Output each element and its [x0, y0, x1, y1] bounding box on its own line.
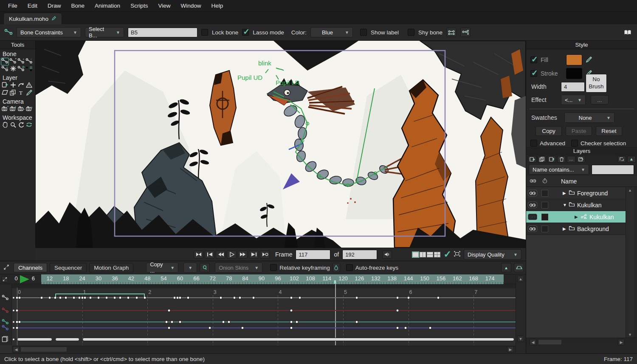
keyframe[interactable] — [238, 296, 241, 299]
keyframe[interactable] — [290, 327, 293, 330]
menu-draw[interactable]: Draw — [43, 1, 66, 11]
checker-selection-checkbox[interactable] — [571, 140, 578, 147]
split-4-view-button[interactable] — [434, 252, 440, 257]
layer-expand-arrow[interactable]: ▶ — [563, 191, 569, 195]
bone-motion-channel-icon[interactable] — [2, 294, 9, 302]
bone-dynamics-tool[interactable]: ="none" stroke="#6fc7b2" stroke-width="1… — [25, 65, 33, 73]
step-forward-button[interactable] — [238, 251, 248, 259]
timeline-vscroll-up-icon[interactable]: ▲ — [517, 276, 524, 282]
keyframe[interactable] — [241, 327, 244, 330]
fill-eyedropper-icon[interactable] — [586, 56, 592, 64]
keyframe[interactable] — [228, 321, 231, 324]
layer-color-swatch[interactable] — [541, 214, 548, 220]
insert-bone-tool[interactable]: ◦ — [25, 58, 33, 65]
roll-camera-tool[interactable] — [17, 105, 25, 113]
delete-layer-icon[interactable] — [557, 156, 566, 163]
keyframe[interactable] — [437, 296, 440, 299]
orbit-workspace-tool[interactable] — [25, 121, 33, 129]
single-view-button[interactable] — [412, 252, 419, 257]
keyframe[interactable] — [252, 296, 255, 299]
keyframe[interactable] — [396, 309, 399, 312]
detach-panel-icon[interactable] — [617, 156, 626, 163]
select-bone-tool[interactable] — [1, 58, 9, 65]
keyframe[interactable] — [16, 327, 19, 330]
effect-dropdown[interactable]: <...▼ — [561, 95, 586, 105]
loop-button[interactable] — [260, 251, 270, 259]
layer-options-icon[interactable]: … — [567, 156, 575, 163]
layer-visibility-toggle[interactable] — [528, 214, 537, 220]
copy-style-button[interactable]: Copy — [536, 126, 562, 136]
bone-color-dropdown[interactable]: Blue▼ — [310, 27, 353, 37]
shy-bone-checkbox[interactable] — [408, 29, 414, 36]
duplicate-layer-icon[interactable] — [538, 156, 546, 163]
keyframe[interactable] — [168, 309, 171, 312]
timeline-hscroll-left-icon[interactable]: ◀ — [13, 346, 20, 353]
add-layer-tool[interactable] — [9, 82, 17, 89]
stroke-checkbox[interactable] — [530, 70, 537, 77]
keyframe[interactable] — [18, 296, 21, 299]
menu-file[interactable]: File — [3, 1, 22, 11]
split-3-view-button[interactable] — [427, 252, 433, 257]
expand-ruler-icon[interactable] — [2, 276, 8, 284]
split-bone-icon[interactable] — [446, 28, 457, 37]
layer-filter-input[interactable] — [592, 165, 634, 175]
advanced-checkbox[interactable] — [530, 140, 537, 147]
keyframe[interactable] — [16, 309, 19, 312]
shear-layer-tool[interactable] — [1, 89, 9, 97]
keyframe[interactable] — [168, 327, 171, 330]
interpolation-mode-icon[interactable] — [200, 263, 210, 272]
timeline-playhead[interactable] — [335, 284, 336, 345]
keyframe[interactable] — [290, 309, 293, 312]
ruler-playhead-marker[interactable] — [334, 280, 336, 284]
split-2-view-button[interactable] — [420, 252, 426, 257]
pan-workspace-tool[interactable] — [1, 121, 9, 129]
bone-name-input[interactable]: B5 — [128, 28, 197, 37]
reset-style-button[interactable]: Reset — [596, 126, 622, 136]
keyframe[interactable] — [165, 321, 168, 324]
eyedropper-tool[interactable] — [25, 89, 33, 97]
layer-expand-arrow[interactable]: ▶ — [563, 226, 569, 231]
layer-color-swatch[interactable] — [541, 202, 548, 209]
keyframe[interactable] — [355, 296, 358, 299]
layer-visibility-toggle[interactable] — [528, 202, 537, 208]
layer-filter-dropdown[interactable]: Name contains...▼ — [529, 164, 589, 175]
layers-hscroll-left-icon[interactable]: ◀ — [530, 339, 536, 345]
crop-view-icon[interactable] — [454, 251, 460, 258]
bone-constraints-dropdown[interactable]: Bone Constraints▼ — [17, 27, 81, 37]
layer-visibility-toggle[interactable] — [528, 226, 537, 232]
layer-row-kukulkan[interactable]: ▼Kukulkan — [526, 199, 626, 211]
timeline-hscroll-handle[interactable] — [20, 347, 67, 352]
layers-hscrollbar[interactable]: ◀ ▶ — [526, 338, 637, 346]
zoom-workspace-tool[interactable] — [9, 121, 17, 129]
layers-scroll-up-icon[interactable]: ▲ — [626, 188, 634, 192]
menu-scripts[interactable]: Scripts — [126, 1, 152, 11]
lock-bone-checkbox[interactable] — [201, 29, 208, 36]
duplicate-layer-tool[interactable] — [9, 89, 17, 97]
new-layer-icon[interactable] — [528, 156, 536, 163]
layer-expand-arrow[interactable]: ▶ — [575, 214, 581, 219]
loop-start-button[interactable] — [194, 251, 203, 259]
relative-keyframing-icon[interactable] — [333, 263, 340, 272]
layer-comps-icon[interactable] — [577, 156, 585, 163]
timeline-ruler[interactable]: 0 61218243036424854606672788490961021081… — [0, 274, 516, 284]
play-button[interactable] — [227, 251, 237, 259]
keyframe[interactable] — [296, 321, 299, 324]
keys-options-dropdown[interactable]: ▼ — [183, 262, 197, 273]
shrink-timeline-icon[interactable]: ▲ — [501, 263, 511, 272]
auto-freeze-checkbox[interactable] — [346, 264, 353, 271]
total-frames-input[interactable]: 192 — [342, 250, 377, 260]
menu-window[interactable]: Window — [176, 1, 206, 11]
layer-color-swatch[interactable] — [541, 190, 548, 197]
menu-help[interactable]: Help — [206, 1, 228, 11]
keyframe[interactable] — [209, 327, 211, 330]
step-back-button[interactable] — [216, 251, 225, 259]
layer-color-swatch[interactable] — [541, 226, 548, 232]
tab-channels[interactable]: Channels — [14, 263, 47, 272]
pan-tilt-camera-tool[interactable] — [25, 105, 33, 113]
zoom-camera-tool[interactable] — [9, 105, 17, 113]
keyframe[interactable] — [170, 321, 173, 324]
bone-blue-channel-icon[interactable] — [2, 324, 9, 332]
keyframe[interactable] — [220, 296, 223, 299]
onion-skins-dropdown[interactable]: Onion Skins▼ — [215, 262, 262, 273]
keyframe[interactable] — [18, 321, 21, 324]
